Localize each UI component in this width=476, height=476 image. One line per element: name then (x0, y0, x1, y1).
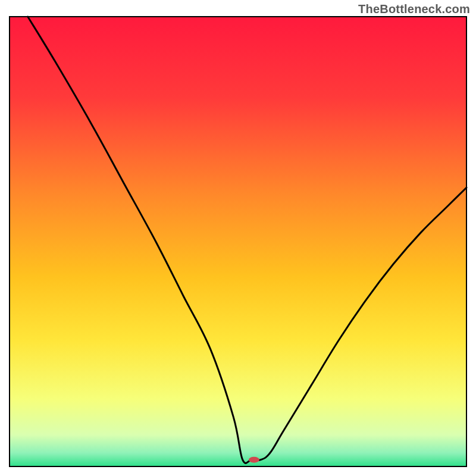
watermark-text: TheBottleneck.com (358, 2, 470, 16)
chart-container: TheBottleneck.com (0, 0, 476, 476)
plot-background (10, 17, 466, 466)
bottleneck-chart (0, 0, 476, 476)
optimum-marker (249, 457, 259, 463)
